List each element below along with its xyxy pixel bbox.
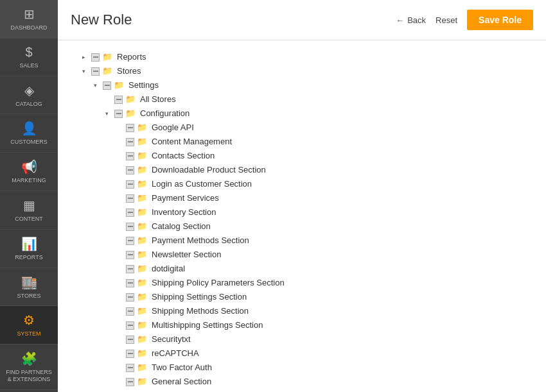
tree-item: 📁reCAPTCHA <box>82 346 533 361</box>
tree-node-label: Shipping Settings Section <box>152 290 247 304</box>
tree-node-label: Catalog Section <box>152 219 211 234</box>
sidebar-item-content[interactable]: ▦CONTENT <box>0 191 58 230</box>
tree-checkbox[interactable] <box>126 279 134 287</box>
folder-icon: 📁 <box>137 290 147 304</box>
tree-node-label: Google API <box>152 121 194 135</box>
tree-node-label: Web Section <box>152 389 198 392</box>
tree-checkbox[interactable] <box>126 194 134 203</box>
sidebar-label-reports: REPORTS <box>15 254 42 261</box>
tree-node-label: Multishipping Settings Section <box>152 318 263 332</box>
tree-checkbox[interactable] <box>126 180 134 189</box>
tree-checkbox[interactable] <box>126 166 134 175</box>
tree-node-label: Newsletter Section <box>152 248 221 262</box>
tree-node-label: Shipping Methods Section <box>152 304 249 318</box>
tree-checkbox[interactable] <box>126 265 134 273</box>
tree-checkbox[interactable] <box>103 81 111 90</box>
tree-item: 📁All Stores <box>82 92 533 107</box>
sidebar-item-sales[interactable]: $SALES <box>0 38 58 76</box>
tree-checkbox[interactable] <box>126 307 134 316</box>
tree-checkbox[interactable] <box>126 336 134 344</box>
sidebar-item-system[interactable]: ⚙SYSTEM <box>0 306 58 345</box>
tree-checkbox[interactable] <box>126 237 134 245</box>
folder-icon: 📁 <box>137 304 147 318</box>
tree-node-label: Downloadable Product Section <box>152 163 266 177</box>
tree-item: 📁Newsletter Section <box>82 248 533 262</box>
tree-item: 📁Google API <box>82 121 533 135</box>
tree-checkbox[interactable] <box>126 251 134 259</box>
tree-item: 📁Inventory Section <box>82 205 533 219</box>
folder-icon: 📁 <box>137 177 147 191</box>
tree-node-label: Payment Methods Section <box>152 234 249 248</box>
tree-node-label: Configuration <box>140 107 189 121</box>
tree-item: 📁Downloadable Product Section <box>82 163 533 177</box>
tree-checkbox[interactable] <box>126 364 134 372</box>
tree-item: 📁Settings <box>82 78 533 92</box>
tree-item: 📁dotdigital <box>82 262 533 276</box>
marketing-icon: 📢 <box>21 159 37 175</box>
save-role-button[interactable]: Save Role <box>467 10 533 30</box>
back-button[interactable]: ← Back <box>396 15 426 25</box>
main-content: New Role ← Back Reset Save Role 📁Reports… <box>58 0 546 392</box>
reset-label: Reset <box>436 15 457 25</box>
sidebar-label-marketing: MARKETING <box>12 177 46 184</box>
folder-icon: 📁 <box>137 318 147 332</box>
sidebar-item-catalog[interactable]: ◈CATALOG <box>0 76 58 115</box>
tree-item: 📁Two Factor Auth <box>82 361 533 375</box>
folder-icon: 📁 <box>137 276 147 290</box>
sidebar-item-customers[interactable]: 👤CUSTOMERS <box>0 114 58 153</box>
reset-button[interactable]: Reset <box>436 15 457 25</box>
catalog-icon: ◈ <box>24 83 34 98</box>
tree-checkbox[interactable] <box>91 53 100 62</box>
header-actions: ← Back Reset Save Role <box>396 10 533 30</box>
dashboard-icon: ⊞ <box>24 6 35 22</box>
folder-icon: 📁 <box>125 107 136 121</box>
sidebar: ⊞DASHBOARD$SALES◈CATALOG👤CUSTOMERS📢MARKE… <box>0 0 58 392</box>
sales-icon: $ <box>25 45 32 60</box>
sidebar-item-reports[interactable]: 📊REPORTS <box>0 230 58 268</box>
sidebar-label-stores: STORES <box>17 293 41 300</box>
tree-container: 📁Reports📁Stores📁Settings📁All Stores📁Conf… <box>58 40 546 392</box>
tree-checkbox[interactable] <box>126 350 134 358</box>
tree-arrow-icon[interactable] <box>82 50 89 64</box>
folder-icon: 📁 <box>137 375 147 389</box>
tree-node-label: Settings <box>128 78 159 92</box>
tree-checkbox[interactable] <box>91 67 100 76</box>
tree-item: 📁Contacts Section <box>82 149 533 163</box>
tree-checkbox[interactable] <box>114 110 123 118</box>
tree-checkbox[interactable] <box>126 209 134 217</box>
tree-checkbox[interactable] <box>126 152 134 160</box>
tree-checkbox[interactable] <box>126 223 134 231</box>
tree-node-label: All Stores <box>140 92 176 107</box>
sidebar-item-dashboard[interactable]: ⊞DASHBOARD <box>0 0 58 38</box>
tree-node-label: Inventory Section <box>152 205 216 219</box>
tree-checkbox[interactable] <box>126 138 134 146</box>
sidebar-item-find-partners[interactable]: 🧩FIND PARTNERS & EXTENSIONS <box>0 345 58 390</box>
tree-item: 📁Content Management <box>82 135 533 149</box>
folder-icon: 📁 <box>137 361 147 375</box>
folder-icon: 📁 <box>137 219 147 234</box>
tree-checkbox[interactable] <box>126 293 134 302</box>
folder-icon: 📁 <box>137 262 147 276</box>
tree-item: 📁Payment Services <box>82 191 533 205</box>
sidebar-label-customers: CUSTOMERS <box>10 139 47 146</box>
folder-icon: 📁 <box>137 191 147 205</box>
sidebar-item-stores[interactable]: 🏬STORES <box>0 268 58 307</box>
sidebar-item-marketing[interactable]: 📢MARKETING <box>0 153 58 191</box>
tree-arrow-icon[interactable] <box>94 78 100 92</box>
folder-icon: 📁 <box>102 64 112 78</box>
tree-arrow-icon[interactable] <box>82 64 89 78</box>
tree-node-label: Login as Customer Section <box>152 177 252 191</box>
tree-checkbox[interactable] <box>114 96 123 104</box>
tree-item: 📁Reports <box>82 50 533 64</box>
tree-checkbox[interactable] <box>126 378 134 386</box>
folder-icon: 📁 <box>125 92 136 107</box>
tree-checkbox[interactable] <box>126 321 134 330</box>
system-icon: ⚙ <box>23 312 35 328</box>
tree-checkbox[interactable] <box>126 124 134 132</box>
folder-icon: 📁 <box>102 50 112 64</box>
folder-icon: 📁 <box>137 389 147 392</box>
tree-arrow-icon[interactable] <box>105 107 112 121</box>
tree-item: 📁Shipping Policy Parameters Section <box>82 276 533 290</box>
tree-item: 📁Catalog Section <box>82 219 533 234</box>
tree-node-label: Contacts Section <box>152 149 215 163</box>
